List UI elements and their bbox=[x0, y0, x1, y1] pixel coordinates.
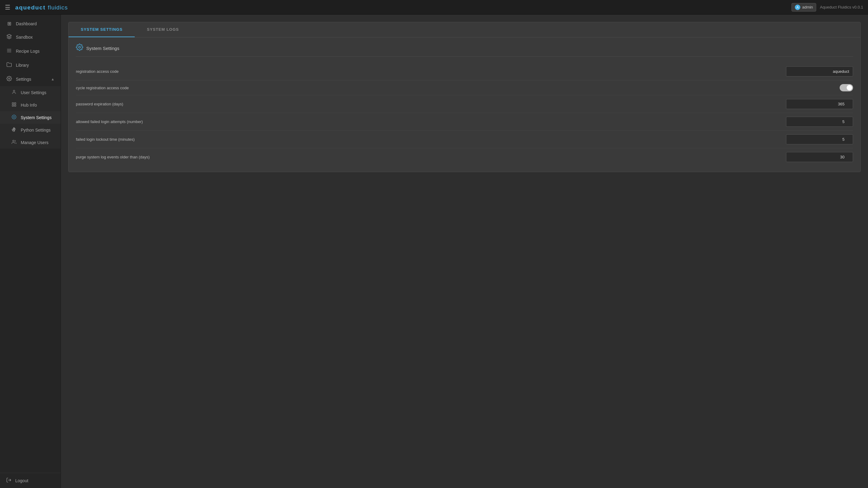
sandbox-icon bbox=[6, 34, 12, 40]
app-body: ⊞ Dashboard Sandbox Recipe Logs bbox=[0, 14, 868, 488]
app-logo: aqueduct fluidics bbox=[15, 3, 74, 11]
label-purge-system-log-events: purge system log events older than (days… bbox=[76, 155, 786, 159]
label-registration-access-code: registration access code bbox=[76, 69, 786, 74]
svg-text:aqueduct: aqueduct bbox=[15, 4, 46, 11]
logout-icon bbox=[6, 477, 11, 484]
sidebar-item-hub-info[interactable]: Hub Info bbox=[0, 99, 61, 111]
admin-badge[interactable]: A admin bbox=[792, 3, 816, 11]
sidebar-label-settings: Settings bbox=[16, 77, 47, 82]
input-allowed-failed-login-attempts[interactable] bbox=[786, 117, 853, 127]
label-failed-login-lockout-time: failed login lockout time (minutes) bbox=[76, 137, 786, 142]
input-password-expiration[interactable] bbox=[786, 99, 853, 109]
form-row-allowed-failed-login-attempts: allowed failed login attempts (number) bbox=[76, 113, 853, 131]
sidebar-item-recipe-logs[interactable]: Recipe Logs bbox=[0, 44, 61, 58]
sidebar-label-dashboard: Dashboard bbox=[16, 21, 37, 26]
svg-text:fluidics: fluidics bbox=[48, 4, 68, 11]
label-allowed-failed-login-attempts: allowed failed login attempts (number) bbox=[76, 120, 786, 124]
settings-title: System Settings bbox=[86, 46, 119, 51]
dashboard-icon: ⊞ bbox=[6, 21, 12, 27]
toggle-knob bbox=[847, 85, 852, 91]
settings-icon bbox=[6, 76, 12, 83]
header-left: ☰ aqueduct fluidics bbox=[5, 3, 74, 11]
sidebar-label-system-settings: System Settings bbox=[21, 115, 52, 120]
sidebar-label-hub-info: Hub Info bbox=[21, 103, 37, 107]
sidebar-label-python-settings: Python Settings bbox=[21, 128, 51, 132]
main-content: SYSTEM SETTINGS SYSTEM LOGS System Setti… bbox=[61, 14, 868, 488]
sidebar-label-manage-users: Manage Users bbox=[21, 140, 49, 145]
header-right: A admin Aqueduct Fluidics v0.0.1 bbox=[792, 3, 863, 11]
sidebar-item-python-settings[interactable]: Python Settings bbox=[0, 124, 61, 136]
label-cycle-registration-access-code: cycle registration access code bbox=[76, 86, 840, 90]
settings-header-icon bbox=[76, 43, 83, 53]
sidebar-section-settings: Settings ▲ User Settings bbox=[0, 72, 61, 149]
hub-info-icon bbox=[11, 102, 17, 108]
tab-bar: SYSTEM SETTINGS SYSTEM LOGS bbox=[69, 22, 860, 37]
library-icon bbox=[6, 62, 12, 69]
admin-label: admin bbox=[802, 5, 813, 9]
svg-point-14 bbox=[79, 46, 81, 48]
sidebar-item-user-settings[interactable]: User Settings bbox=[0, 86, 61, 99]
toggle-cycle-registration[interactable] bbox=[840, 84, 853, 91]
settings-header: System Settings bbox=[76, 43, 853, 57]
sidebar: ⊞ Dashboard Sandbox Recipe Logs bbox=[0, 14, 61, 488]
python-settings-icon bbox=[11, 127, 17, 133]
hamburger-icon[interactable]: ☰ bbox=[5, 4, 10, 11]
label-password-expiration: password expiration (days) bbox=[76, 102, 786, 106]
form-row-cycle-registration-access-code: cycle registration access code bbox=[76, 80, 853, 95]
form-row-purge-system-log-events: purge system log events older than (days… bbox=[76, 148, 853, 166]
input-purge-system-log-events[interactable] bbox=[786, 152, 853, 162]
sidebar-item-manage-users[interactable]: Manage Users bbox=[0, 136, 61, 149]
tab-system-logs[interactable]: SYSTEM LOGS bbox=[135, 22, 191, 37]
svg-rect-9 bbox=[14, 105, 16, 106]
sidebar-spacer bbox=[0, 149, 61, 473]
system-settings-icon bbox=[11, 115, 17, 120]
sidebar-label-sandbox: Sandbox bbox=[16, 35, 33, 40]
sidebar-item-system-settings[interactable]: System Settings bbox=[0, 111, 61, 124]
settings-content: System Settings registration access code… bbox=[69, 37, 860, 172]
app-version: Aqueduct Fluidics v0.0.1 bbox=[820, 5, 863, 9]
recipe-logs-icon bbox=[6, 48, 12, 55]
tab-system-settings[interactable]: SYSTEM SETTINGS bbox=[69, 22, 135, 37]
svg-point-11 bbox=[13, 117, 14, 118]
top-header: ☰ aqueduct fluidics A admin Aqueduct Flu… bbox=[0, 0, 868, 14]
sidebar-logout[interactable]: Logout bbox=[0, 473, 61, 488]
sidebar-item-library[interactable]: Library bbox=[0, 58, 61, 72]
form-row-registration-access-code: registration access code bbox=[76, 63, 853, 80]
logo-svg: aqueduct fluidics bbox=[15, 3, 74, 11]
svg-point-5 bbox=[8, 78, 10, 79]
settings-card: SYSTEM SETTINGS SYSTEM LOGS System Setti… bbox=[68, 22, 861, 172]
sidebar-item-dashboard[interactable]: ⊞ Dashboard bbox=[0, 17, 61, 30]
svg-point-6 bbox=[13, 90, 14, 92]
logout-label: Logout bbox=[15, 478, 28, 483]
sidebar-label-recipe-logs: Recipe Logs bbox=[16, 49, 40, 54]
input-registration-access-code[interactable] bbox=[786, 66, 853, 76]
sidebar-label-library: Library bbox=[16, 63, 29, 68]
sidebar-item-sandbox[interactable]: Sandbox bbox=[0, 30, 61, 44]
svg-rect-7 bbox=[12, 103, 14, 104]
form-row-failed-login-lockout-time: failed login lockout time (minutes) bbox=[76, 131, 853, 148]
sidebar-sub-settings: User Settings Hub Info bbox=[0, 86, 61, 149]
form-row-password-expiration: password expiration (days) bbox=[76, 95, 853, 113]
admin-icon: A bbox=[795, 5, 800, 10]
manage-users-icon bbox=[11, 139, 17, 145]
input-failed-login-lockout-time[interactable] bbox=[786, 134, 853, 144]
sidebar-item-settings[interactable]: Settings ▲ bbox=[0, 72, 61, 86]
svg-rect-10 bbox=[12, 105, 14, 106]
user-settings-icon bbox=[11, 90, 17, 95]
chevron-up-icon: ▲ bbox=[51, 77, 55, 82]
sidebar-label-user-settings: User Settings bbox=[21, 90, 46, 95]
svg-point-12 bbox=[12, 140, 14, 142]
toggle-container-cycle-registration bbox=[840, 84, 853, 91]
svg-rect-8 bbox=[14, 103, 16, 104]
